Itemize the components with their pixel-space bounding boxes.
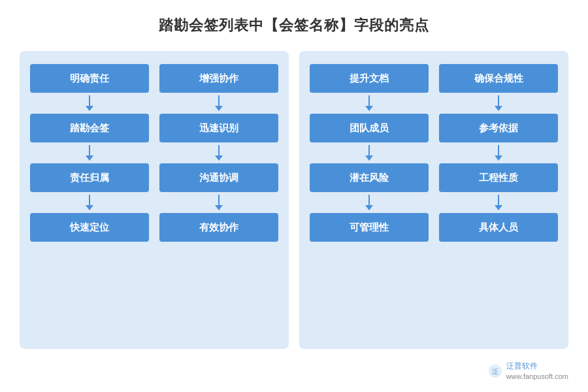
arrow-3-1 [365, 93, 373, 114]
page-title: 踏勘会签列表中【会签名称】字段的亮点 [159, 16, 429, 35]
col2-item3: 有效协作 [159, 213, 278, 242]
watermark: 泛 泛普软件 www.fanpusoft.com [488, 361, 568, 382]
col4-header: 确保合规性 [439, 64, 558, 93]
arrow-4-3 [495, 192, 502, 213]
arrow-2-2 [215, 142, 223, 163]
left-panel: 明确责任 踏勘会签 责任归属 快速定位 增强协作 迅速识别 沟通协调 [20, 51, 289, 349]
watermark-text-container: 泛普软件 www.fanpusoft.com [506, 361, 568, 382]
arrow-1-1 [86, 93, 93, 114]
col3-item3: 可管理性 [310, 213, 429, 242]
col4-item3: 具体人员 [439, 213, 558, 242]
column-3: 提升文档 团队成员 潜在风险 可管理性 [310, 64, 429, 336]
right-panel: 提升文档 团队成员 潜在风险 可管理性 确保合规性 参考依据 工程性 [299, 51, 568, 349]
col1-item2: 责任归属 [30, 163, 149, 192]
col4-item1: 参考依据 [439, 114, 558, 142]
arrow-4-1 [495, 93, 502, 114]
title-suffix: 字段的亮点 [354, 17, 429, 33]
column-2: 增强协作 迅速识别 沟通协调 有效协作 [159, 64, 278, 336]
column-4: 确保合规性 参考依据 工程性质 具体人员 [439, 64, 558, 336]
arrow-1-2 [86, 142, 93, 163]
arrow-2-1 [215, 93, 223, 114]
svg-text:泛: 泛 [492, 368, 498, 375]
arrow-3-2 [365, 142, 373, 163]
arrow-2-3 [215, 192, 223, 213]
title-highlight: 【会签名称】 [264, 17, 354, 33]
arrow-4-2 [495, 142, 502, 163]
watermark-url: www.fanpusoft.com [506, 372, 568, 382]
watermark-logo-icon: 泛 [488, 364, 502, 378]
col4-item2: 工程性质 [439, 163, 558, 192]
col3-header: 提升文档 [310, 64, 429, 93]
arrow-1-3 [86, 192, 93, 213]
col2-item1: 迅速识别 [159, 114, 278, 142]
col1-item1: 踏勘会签 [30, 114, 149, 142]
col2-header: 增强协作 [159, 64, 278, 93]
column-1: 明确责任 踏勘会签 责任归属 快速定位 [30, 64, 149, 336]
watermark-brand: 泛普软件 [506, 361, 568, 372]
arrow-3-3 [365, 192, 373, 213]
col1-header: 明确责任 [30, 64, 149, 93]
title-prefix: 踏勘会签列表中 [159, 17, 264, 33]
main-container: 明确责任 踏勘会签 责任归属 快速定位 增强协作 迅速识别 沟通协调 [20, 51, 568, 349]
col2-item2: 沟通协调 [159, 163, 278, 192]
col3-item1: 团队成员 [310, 114, 429, 142]
col1-item3: 快速定位 [30, 213, 149, 242]
bottom-row: 泛 泛普软件 www.fanpusoft.com [20, 354, 568, 382]
col3-item2: 潜在风险 [310, 163, 429, 192]
